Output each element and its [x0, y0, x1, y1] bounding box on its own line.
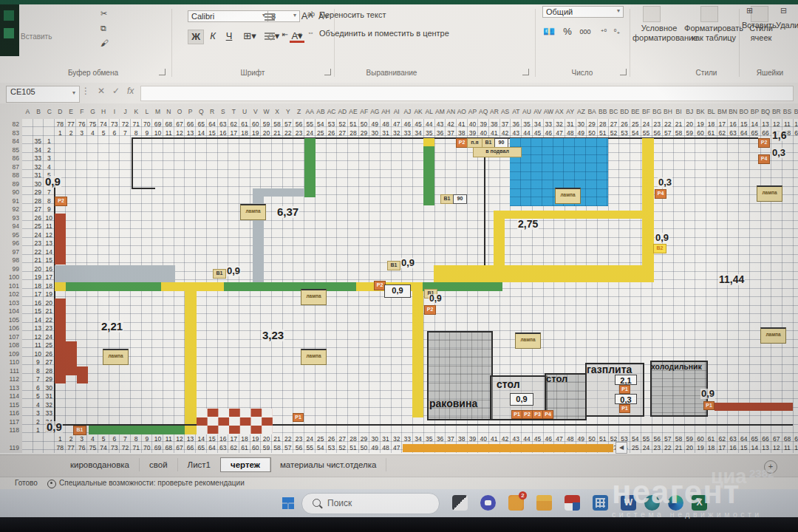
column-header-letter[interactable]: AY: [565, 105, 576, 118]
start-button-icon[interactable]: [282, 497, 294, 509]
task-view-icon[interactable]: [452, 495, 468, 511]
column-header-letter[interactable]: BE: [630, 105, 641, 118]
row-header-number[interactable]: 83: [13, 129, 19, 137]
row-header-number[interactable]: 116: [9, 409, 19, 417]
format-painter-icon[interactable]: 🖌: [100, 38, 109, 47]
calculator-icon[interactable]: [593, 495, 608, 511]
column-header-letter[interactable]: R: [207, 105, 218, 118]
underline-button[interactable]: Ч: [222, 30, 236, 43]
column-header-letter[interactable]: AM: [434, 105, 446, 118]
row-header-number[interactable]: 86: [13, 154, 19, 162]
sheet-tab[interactable]: свой: [140, 458, 178, 471]
column-header-letter[interactable]: AJ: [402, 105, 413, 118]
row-header-number[interactable]: 97: [13, 248, 19, 256]
row-header-number[interactable]: 106: [9, 324, 19, 332]
alignment-dialog-launcher-icon[interactable]: [522, 69, 529, 75]
column-header-letter[interactable]: BM: [717, 105, 728, 118]
column-header-letter[interactable]: K: [131, 105, 142, 118]
column-header-letter[interactable]: AX: [554, 105, 565, 118]
row-header-number[interactable]: 118: [9, 426, 19, 434]
pixel-app-icon[interactable]: [565, 495, 580, 511]
row-header-number[interactable]: 102: [9, 290, 19, 298]
insert-function-icon[interactable]: fx: [127, 86, 134, 96]
column-header-letter[interactable]: AZ: [576, 105, 587, 118]
row-header-number[interactable]: 82: [13, 120, 19, 128]
row-header-number[interactable]: 107: [9, 333, 19, 341]
column-header-letter[interactable]: AL: [423, 105, 434, 118]
column-header-letter[interactable]: M: [152, 105, 163, 118]
cut-icon[interactable]: ✂: [100, 9, 107, 18]
column-header-letter[interactable]: BL: [706, 105, 717, 118]
increase-indent-icon[interactable]: ⇥: [293, 28, 304, 41]
column-header-letter[interactable]: B: [33, 105, 44, 118]
row-header-number[interactable]: 87: [13, 163, 19, 171]
column-header-letter[interactable]: BA: [587, 105, 598, 118]
column-header-letter[interactable]: AC: [326, 105, 337, 118]
column-header-letter[interactable]: BF: [641, 105, 652, 118]
bold-button[interactable]: Ж: [188, 30, 204, 44]
column-letters[interactable]: ABCDEFGHIJKLMNOPQRSTUVWXYZAAABACADAEAFAG…: [22, 105, 798, 118]
column-header-letter[interactable]: AS: [499, 105, 511, 118]
column-header-letter[interactable]: BC: [608, 105, 619, 118]
column-header-letter[interactable]: AA: [304, 105, 316, 118]
column-header-letter[interactable]: C: [44, 105, 55, 118]
sheet-tab[interactable]: материалы чист.отделка: [270, 458, 386, 471]
column-header-letter[interactable]: BS: [782, 105, 793, 118]
row-header-column[interactable]: 8283848586878889909192939495969798991001…: [0, 119, 23, 453]
row-header-number[interactable]: 115: [9, 401, 19, 409]
column-header-letter[interactable]: AP: [467, 105, 478, 118]
row-header-number[interactable]: 94: [13, 222, 19, 230]
row-header-number[interactable]: 93: [13, 214, 19, 222]
column-header-letter[interactable]: BB: [597, 105, 608, 118]
map-app-icon[interactable]: 2: [508, 495, 524, 511]
row-header-number[interactable]: 98: [13, 256, 19, 264]
column-header-letter[interactable]: J: [120, 105, 131, 118]
align-top-icon[interactable]: [265, 13, 275, 21]
scroll-left-icon[interactable]: ◀: [615, 442, 627, 454]
row-header-number[interactable]: 88: [13, 171, 19, 179]
edge-icon[interactable]: [668, 495, 683, 511]
column-header-letter[interactable]: AH: [381, 105, 392, 118]
word-icon[interactable]: W: [621, 495, 636, 511]
column-header-letter[interactable]: D: [55, 105, 66, 118]
column-header-letter[interactable]: Z: [293, 105, 304, 118]
wrap-text-button[interactable]: Переносить текст: [319, 10, 386, 19]
row-header-number[interactable]: 104: [9, 307, 19, 315]
column-header-letter[interactable]: AE: [348, 105, 359, 118]
column-header-letter[interactable]: AD: [337, 105, 348, 118]
column-header-letter[interactable]: BJ: [684, 105, 695, 118]
column-header-letter[interactable]: W: [261, 105, 272, 118]
increase-decimal-icon[interactable]: ⁺⁰: [597, 25, 610, 38]
format-as-table-button[interactable]: Форматировать как таблицу: [681, 24, 746, 43]
column-header-letter[interactable]: AK: [413, 105, 424, 118]
row-header-number[interactable]: 119: [9, 444, 19, 451]
sheet-tab[interactable]: чертеж: [221, 458, 270, 471]
accessibility-status[interactable]: Специальные возможности: проверьте реком…: [59, 479, 245, 487]
column-header-letter[interactable]: O: [174, 105, 185, 118]
name-box[interactable]: CE105▾: [6, 86, 80, 103]
column-header-letter[interactable]: AG: [369, 105, 381, 118]
paste-button[interactable]: Вставить: [21, 33, 52, 41]
column-header-letter[interactable]: BR: [771, 105, 782, 118]
name-box-menu-icon[interactable]: ⋮: [81, 86, 90, 96]
column-header-letter[interactable]: BT: [793, 105, 798, 118]
column-header-letter[interactable]: G: [87, 105, 98, 118]
row-header-number[interactable]: 95: [13, 231, 19, 239]
column-header-letter[interactable]: I: [109, 105, 120, 118]
column-header-letter[interactable]: S: [217, 105, 228, 118]
column-header-letter[interactable]: BK: [695, 105, 706, 118]
column-header-letter[interactable]: BH: [663, 105, 674, 118]
file-explorer-icon[interactable]: [536, 495, 552, 511]
row-header-number[interactable]: 105: [9, 316, 19, 324]
row-header-number[interactable]: 101: [9, 282, 19, 290]
column-header-letter[interactable]: AQ: [478, 105, 489, 118]
row-header-number[interactable]: 90: [13, 188, 19, 196]
cancel-icon[interactable]: ✕: [98, 86, 105, 96]
column-header-letter[interactable]: U: [239, 105, 250, 118]
number-format-combo[interactable]: Общий▾: [542, 6, 624, 18]
column-header-letter[interactable]: A: [22, 105, 33, 118]
column-header-letter[interactable]: AW: [543, 105, 554, 118]
row-header-number[interactable]: 99: [13, 265, 19, 273]
column-header-letter[interactable]: Y: [283, 105, 294, 118]
row-header-number[interactable]: 112: [9, 375, 19, 383]
